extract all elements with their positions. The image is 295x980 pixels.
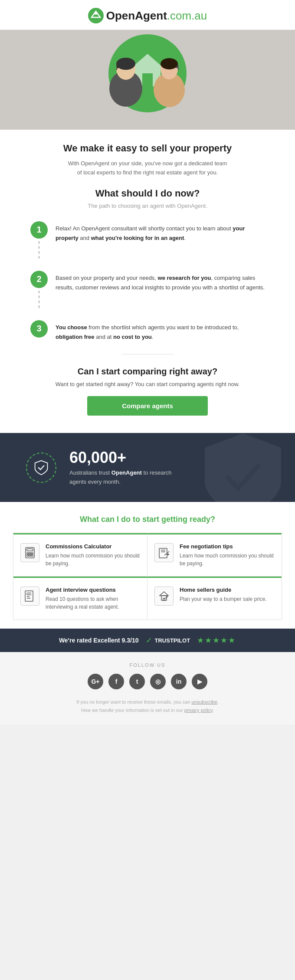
- step-2-number: 2: [30, 271, 48, 288]
- trust-content: 60,000+ Australians trust OpenAgent to r…: [69, 449, 182, 487]
- svg-rect-18: [29, 553, 31, 554]
- card-commissions-body: Commissions Calculator Learn how much co…: [46, 543, 140, 567]
- resource-cards-grid: Commissions Calculator Learn how much co…: [13, 533, 282, 620]
- ready-section: What can I do to start getting ready? Co…: [0, 502, 295, 629]
- compare-title: Can I start comparing right away?: [26, 367, 269, 377]
- svg-point-1: [95, 12, 97, 15]
- step-3: 3 You choose from the shortlist which ag…: [30, 320, 265, 342]
- step-2-text: Based on your property and your needs, w…: [56, 271, 265, 292]
- social-googleplus-icon[interactable]: G+: [88, 674, 103, 689]
- what-now-title: What should I do now?: [26, 188, 269, 199]
- svg-point-14: [161, 58, 178, 69]
- trust-description: Australians trust OpenAgent to research …: [69, 469, 182, 487]
- trust-stat: 60,000+: [69, 449, 182, 467]
- card-home-sellers-guide[interactable]: Home sellers guide Plan your way to a bu…: [148, 577, 282, 619]
- trustpilot-brand: TRUSTPILOT: [155, 637, 190, 644]
- compare-description: Want to get started right away? You can …: [26, 381, 269, 387]
- unsubscribe-link[interactable]: unsubscribe: [192, 699, 217, 705]
- interview-questions-icon: [20, 587, 39, 606]
- section-divider: [121, 354, 174, 354]
- step-2: 2 Based on your property and your needs,…: [30, 271, 265, 308]
- social-linkedin-icon[interactable]: in: [171, 674, 187, 689]
- step-3-num-wrap: 3: [30, 320, 48, 338]
- step-2-line: [39, 291, 39, 308]
- svg-rect-17: [27, 553, 29, 554]
- trustpilot-check-icon: ✓: [146, 636, 152, 645]
- step-1: 1 Relax! An OpenAgent consultant will sh…: [30, 221, 265, 259]
- svg-rect-30: [25, 593, 27, 594]
- step-1-num-wrap: 1: [30, 221, 48, 259]
- openagent-logo-icon: [88, 8, 104, 23]
- step-1-number: 1: [30, 221, 48, 239]
- privacy-policy-link[interactable]: privacy policy: [184, 708, 213, 713]
- step-1-line: [39, 241, 39, 259]
- card-interview-questions[interactable]: Agent interview questions Read 10 questi…: [13, 577, 148, 619]
- card-commissions-title: Commissions Calculator: [46, 543, 140, 550]
- step-3-number: 3: [30, 320, 48, 338]
- card-fee-title: Fee negotiation tips: [180, 543, 275, 550]
- calculator-icon: [20, 543, 39, 562]
- card-commissions-desc: Learn how much commission you should be …: [46, 552, 140, 567]
- card-fee-negotiation[interactable]: Fee negotiation tips Learn how much comm…: [148, 533, 282, 577]
- fee-tips-icon: [154, 543, 174, 562]
- svg-rect-22: [31, 555, 33, 556]
- svg-rect-20: [27, 555, 29, 556]
- card-commissions-calculator[interactable]: Commissions Calculator Learn how much co…: [13, 533, 148, 577]
- card-interview-title: Agent interview questions: [46, 587, 140, 593]
- svg-point-0: [88, 8, 104, 23]
- trust-bg-shield-icon: [200, 433, 286, 502]
- what-now-subtitle: The path to choosing an agent with OpenA…: [26, 203, 269, 209]
- step-1-text: Relax! An OpenAgent consultant will shor…: [56, 221, 265, 243]
- social-youtube-icon[interactable]: ▶: [192, 674, 207, 689]
- svg-rect-21: [29, 555, 31, 556]
- header: OpenAgent.com.au: [0, 0, 295, 30]
- steps-list: 1 Relax! An OpenAgent consultant will sh…: [26, 221, 269, 342]
- shield-circle: [26, 452, 56, 483]
- trustpilot-stars: ★★★★★: [197, 636, 236, 645]
- hero-image: [0, 30, 295, 130]
- svg-rect-33: [163, 598, 165, 600]
- trust-section: 60,000+ Australians trust OpenAgent to r…: [0, 433, 295, 502]
- card-fee-body: Fee negotiation tips Learn how much comm…: [180, 543, 275, 567]
- sell-title: We make it easy to sell your property: [26, 143, 269, 154]
- ready-title: What can I do to start getting ready?: [13, 515, 282, 524]
- card-guide-desc: Plan your way to a bumper sale price.: [180, 595, 267, 603]
- sell-description: With OpenAgent on your side, you've now …: [65, 159, 230, 177]
- home-sellers-guide-icon: [154, 587, 174, 606]
- footer: FOLLOW US G+ f t ◎ in ▶ If you no longer…: [0, 652, 295, 724]
- trustpilot-logo: ✓ TRUSTPILOT: [146, 636, 190, 645]
- rated-text: We're rated Excellent 9.3/10: [59, 637, 139, 644]
- trust-icon-wrap: [26, 452, 56, 483]
- step-3-text: You choose from the shortlist which agen…: [56, 320, 265, 342]
- social-facebook-icon[interactable]: f: [108, 674, 124, 689]
- social-instagram-icon[interactable]: ◎: [150, 674, 166, 689]
- card-guide-title: Home sellers guide: [180, 587, 267, 593]
- compare-agents-button[interactable]: Compare agents: [87, 396, 208, 416]
- card-guide-body: Home sellers guide Plan your way to a bu…: [180, 587, 267, 603]
- logo-brand: OpenAgent.com.au: [106, 9, 207, 23]
- svg-rect-6: [142, 73, 153, 86]
- footer-fine-print: If you no longer want to receive these e…: [13, 698, 282, 714]
- svg-marker-31: [160, 592, 168, 596]
- card-fee-desc: Learn how much commission you should be …: [180, 552, 275, 567]
- social-twitter-icon[interactable]: t: [129, 674, 145, 689]
- follow-us-label: FOLLOW US: [13, 662, 282, 668]
- step-2-num-wrap: 2: [30, 271, 48, 308]
- svg-rect-19: [31, 553, 33, 554]
- social-icons-row: G+ f t ◎ in ▶: [13, 674, 282, 689]
- card-interview-body: Agent interview questions Read 10 questi…: [46, 587, 140, 611]
- svg-rect-16: [27, 549, 33, 551]
- sell-section: We make it easy to sell your property Wi…: [0, 130, 295, 433]
- trustpilot-bar: We're rated Excellent 9.3/10 ✓ TRUSTPILO…: [0, 629, 295, 652]
- card-interview-desc: Read 10 questions to ask when interviewi…: [46, 595, 140, 611]
- svg-point-13: [116, 58, 135, 70]
- svg-rect-25: [25, 591, 33, 601]
- shield-icon: [33, 460, 49, 475]
